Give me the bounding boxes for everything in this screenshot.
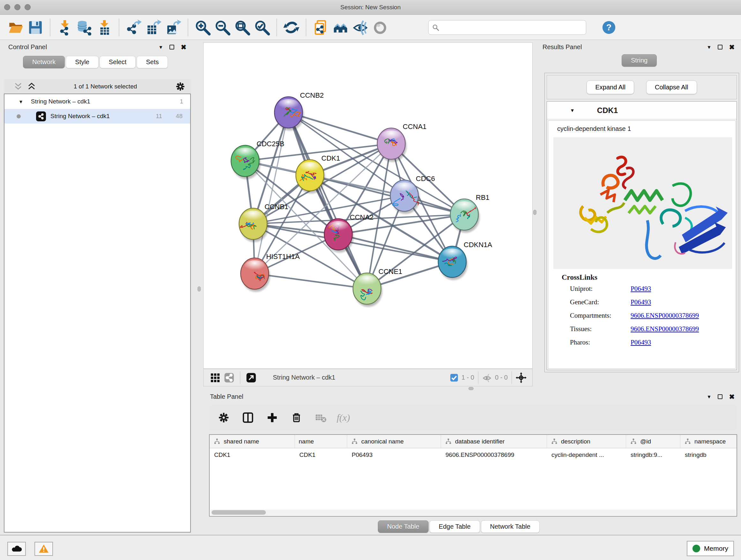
string-view-button[interactable] [222,371,236,385]
share-document-button[interactable] [311,17,331,37]
bottom-splitter-handle[interactable] [468,387,474,390]
tab-sets[interactable]: Sets [137,56,168,68]
table-options-gear-button[interactable] [215,409,232,426]
zoom-selected-button[interactable] [252,17,272,37]
export-network-button[interactable] [124,17,144,37]
zoom-in-button[interactable] [193,17,212,37]
save-button[interactable] [25,17,45,37]
refresh-button[interactable] [281,17,301,37]
table-cell[interactable]: stringdb:9... [626,448,680,462]
protein-expander-icon[interactable]: ▼ [570,108,575,113]
column-header-database-identifier[interactable]: database identifier [441,435,547,448]
table-cell[interactable]: P06493 [347,448,441,462]
column-header-namespace[interactable]: namespace [680,435,737,448]
network-edge-ccnb2-hist1h1a[interactable] [255,112,288,273]
table-cell[interactable]: cyclin-dependent ... [547,448,626,462]
collapse-all-icon[interactable] [14,82,22,91]
column-header-canonical-name[interactable]: canonical name [347,435,441,448]
delete-table-button[interactable] [313,409,329,426]
birdseye-grid-button[interactable] [208,371,222,385]
collection-expander-icon[interactable]: ▼ [18,99,23,105]
control-panel-collapse-icon[interactable]: ▼ [158,44,163,50]
results-toolbar: Expand All Collapse All [547,75,737,99]
network-edge-ccnb2-ccna1[interactable] [288,112,391,144]
tab-network[interactable]: Network [23,56,65,68]
network-node-ccna2[interactable] [324,219,354,253]
results-panel-close-icon[interactable]: ✖ [729,44,735,51]
network-options-gear-icon[interactable] [175,81,186,92]
table-row[interactable]: CDK1CDK1P064939606.ENSP00000378699cyclin… [210,448,737,462]
bundled-apps-button[interactable] [331,17,350,37]
show-columns-button[interactable] [240,409,256,426]
import-table-button[interactable] [94,17,114,37]
open-in-new-window-button[interactable] [244,371,258,385]
warnings-button[interactable] [35,542,53,556]
network-edge-hist1h1a-ccne1[interactable] [255,273,367,289]
table-cell[interactable]: CDK1 [295,448,347,462]
network-node-ccnb2[interactable] [274,97,304,131]
import-database-button[interactable] [75,17,94,37]
crosslink-value-link[interactable]: P06493 [630,285,651,293]
crosslink-value-link[interactable]: 9606.ENSP00000378699 [630,325,699,333]
scrollbar-thumb[interactable] [212,510,266,515]
search-input[interactable] [428,20,586,35]
column-header-shared-name[interactable]: shared name [210,435,295,448]
import-network-button[interactable] [55,17,75,37]
crosslink-value-link[interactable]: P06493 [630,298,651,306]
export-image-button[interactable] [163,17,183,37]
results-panel-float-icon[interactable] [718,45,723,50]
network-node-cdc25b[interactable] [231,145,260,179]
table-cell[interactable]: stringdb [680,448,737,462]
help-button[interactable]: ? [602,20,616,35]
expand-all-icon[interactable] [27,82,36,91]
tab-select[interactable]: Select [99,56,136,68]
protein-section-header[interactable]: ▼ CDK1 [547,102,737,119]
table-cell[interactable]: 9606.ENSP00000378699 [441,448,547,462]
export-table-button[interactable] [144,17,163,37]
tab-network-table[interactable]: Network Table [481,520,540,533]
table-panel-float-icon[interactable] [718,394,723,399]
column-header--id[interactable]: @id [626,435,680,448]
table-panel-collapse-icon[interactable]: ▼ [707,394,712,399]
network-edge-ccnb2-ccne1[interactable] [288,112,367,289]
crosslink-value-link[interactable]: 9606.ENSP00000378699 [630,312,699,320]
network-node-cdkn1a[interactable] [438,246,468,280]
network-collection-row[interactable]: ▼ String Network – cdk1 1 [4,94,190,109]
column-header-name[interactable]: name [295,435,347,448]
network-canvas[interactable]: CCNB2CCNA1CDC25BCDK1CDC6RB1CCNB1CCNA2CDK… [203,43,533,369]
tab-string[interactable]: String [622,54,657,67]
control-panel-close-icon[interactable]: ✖ [181,44,186,51]
tab-node-table[interactable]: Node Table [378,520,428,533]
control-panel-float-icon[interactable] [170,45,174,50]
network-node-rb1[interactable] [450,199,480,233]
network-node-cdc6[interactable] [390,180,420,214]
zoom-fit-button[interactable] [232,17,252,37]
cloud-status-button[interactable] [7,542,26,556]
hide-panels-button[interactable] [350,17,370,37]
expand-all-button[interactable]: Expand All [587,80,634,94]
left-splitter-handle[interactable] [198,287,201,292]
delete-column-button[interactable] [288,409,305,426]
collapse-all-button[interactable]: Collapse All [646,80,697,94]
network-node-cdk1[interactable] [296,160,325,193]
crosslink-value-link[interactable]: P06493 [630,338,651,347]
memory-button[interactable]: Memory [687,541,734,556]
results-panel-collapse-icon[interactable]: ▼ [707,44,712,50]
table-panel-close-icon[interactable]: ✖ [729,393,735,400]
table-horizontal-scrollbar[interactable] [210,509,736,515]
tab-edge-table[interactable]: Edge Table [429,520,480,533]
network-node-ccne1[interactable] [353,273,382,307]
network-row[interactable]: String Network – cdk1 11 48 [4,109,190,124]
open-button[interactable] [6,17,25,37]
show-panels-button[interactable] [370,17,390,37]
fit-content-crosshair-icon[interactable] [516,372,527,383]
selected-checkbox-icon[interactable] [450,374,458,382]
function-builder-icon[interactable]: f(x) [337,412,350,423]
network-node-ccna1[interactable] [377,128,407,162]
column-header-description[interactable]: description [547,435,626,448]
tab-style[interactable]: Style [66,56,98,68]
zoom-out-button[interactable] [212,17,232,37]
add-column-button[interactable] [264,409,280,426]
table-cell[interactable]: CDK1 [210,448,295,462]
right-splitter-handle[interactable] [533,210,536,215]
